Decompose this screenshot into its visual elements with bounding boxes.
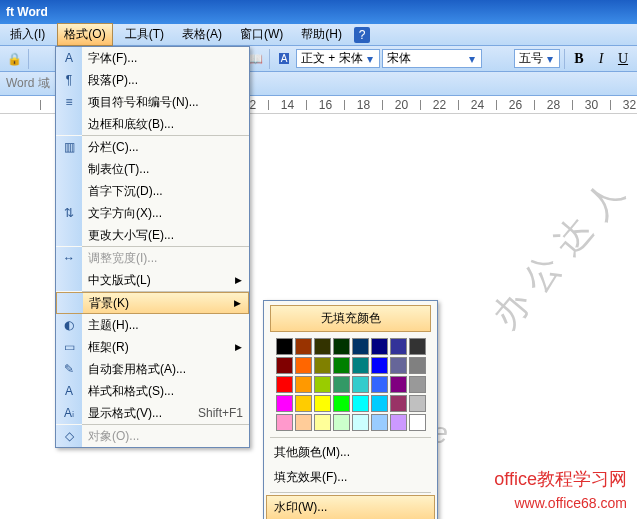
color-swatch[interactable] xyxy=(371,414,388,431)
menu-item[interactable]: ≡项目符号和编号(N)... xyxy=(56,91,249,113)
no-fill-button[interactable]: 无填充颜色 xyxy=(270,305,431,332)
menu-item[interactable]: ⇅文字方向(X)... xyxy=(56,202,249,224)
color-swatch[interactable] xyxy=(314,357,331,374)
credit-line-1: office教程学习网 xyxy=(494,467,627,491)
color-swatch[interactable] xyxy=(371,357,388,374)
color-swatch[interactable] xyxy=(352,376,369,393)
menu-item-label: 分栏(C)... xyxy=(82,139,243,156)
bold-button[interactable]: B xyxy=(569,49,589,69)
color-swatch[interactable] xyxy=(295,414,312,431)
color-swatch[interactable] xyxy=(409,414,426,431)
blank-icon xyxy=(57,293,83,313)
color-swatch[interactable] xyxy=(333,395,350,412)
menu-item[interactable]: 背景(K)▶ xyxy=(56,292,249,314)
color-swatch[interactable] xyxy=(390,357,407,374)
color-swatch[interactable] xyxy=(333,376,350,393)
title-bar: ft Word xyxy=(0,0,637,24)
chevron-down-icon: ▾ xyxy=(363,52,377,66)
menu-format[interactable]: 格式(O) xyxy=(57,23,112,46)
menu-item-label: 主题(H)... xyxy=(82,317,243,334)
color-swatch[interactable] xyxy=(333,414,350,431)
menu-item[interactable]: 首字下沉(D)... xyxy=(56,180,249,202)
color-swatch[interactable] xyxy=(409,376,426,393)
menu-window[interactable]: 窗口(W) xyxy=(234,24,289,45)
menu-item[interactable]: Aᵢ显示格式(V)...Shift+F1 xyxy=(56,402,249,424)
menu-item-label: 首字下沉(D)... xyxy=(82,183,243,200)
color-swatch[interactable] xyxy=(295,338,312,355)
menu-item-label: 对象(O)... xyxy=(82,428,243,445)
color-swatch[interactable] xyxy=(352,395,369,412)
blank-icon xyxy=(56,224,82,246)
menu-item-label: 样式和格式(S)... xyxy=(82,383,243,400)
menu-item[interactable]: 制表位(T)... xyxy=(56,158,249,180)
color-swatch[interactable] xyxy=(409,395,426,412)
color-swatch[interactable] xyxy=(276,395,293,412)
background-submenu: 无填充颜色 其他颜色(M)... 填充效果(F)... 水印(W)... xyxy=(263,300,438,519)
style-combo[interactable]: 正文 + 宋体 ▾ xyxy=(296,49,380,68)
menu-item-label: 制表位(T)... xyxy=(82,161,243,178)
menu-item-label: 边框和底纹(B)... xyxy=(82,116,243,133)
color-swatch[interactable] xyxy=(409,357,426,374)
menu-item[interactable]: 边框和底纹(B)... xyxy=(56,113,249,135)
color-swatch[interactable] xyxy=(352,357,369,374)
color-palette xyxy=(266,334,435,435)
menu-item[interactable]: 中文版式(L)▶ xyxy=(56,269,249,291)
color-swatch[interactable] xyxy=(390,414,407,431)
color-swatch[interactable] xyxy=(295,395,312,412)
menu-item-label: 更改大小写(E)... xyxy=(82,227,243,244)
auto-icon: ✎ xyxy=(56,358,82,380)
watermark-item[interactable]: 水印(W)... xyxy=(266,495,435,519)
color-swatch[interactable] xyxy=(314,376,331,393)
color-swatch[interactable] xyxy=(314,338,331,355)
font-combo[interactable]: 宋体 ▾ xyxy=(382,49,482,68)
color-swatch[interactable] xyxy=(390,395,407,412)
style-icon[interactable]: A xyxy=(274,49,294,69)
color-swatch[interactable] xyxy=(276,414,293,431)
color-swatch[interactable] xyxy=(295,376,312,393)
help-icon[interactable]: ? xyxy=(354,27,370,43)
list-icon: ≡ xyxy=(56,91,82,113)
menu-item[interactable]: ✎自动套用格式(A)... xyxy=(56,358,249,380)
blank-icon xyxy=(56,113,82,135)
menu-item[interactable]: ◐主题(H)... xyxy=(56,314,249,336)
menu-tools[interactable]: 工具(T) xyxy=(119,24,170,45)
color-swatch[interactable] xyxy=(314,395,331,412)
color-swatch[interactable] xyxy=(276,357,293,374)
blank-icon xyxy=(56,269,82,291)
size-combo[interactable]: 五号 ▾ xyxy=(514,49,560,68)
menu-item-label: 中文版式(L) xyxy=(82,272,233,289)
field-label: Word 域 xyxy=(6,75,50,92)
menu-bar: 插入(I) 格式(O) 工具(T) 表格(A) 窗口(W) 帮助(H) ? xyxy=(0,24,637,46)
menu-item[interactable]: ▭框架(R)▶ xyxy=(56,336,249,358)
color-swatch[interactable] xyxy=(390,338,407,355)
color-swatch[interactable] xyxy=(371,395,388,412)
color-swatch[interactable] xyxy=(314,414,331,431)
menu-help[interactable]: 帮助(H) xyxy=(295,24,348,45)
color-swatch[interactable] xyxy=(371,376,388,393)
color-swatch[interactable] xyxy=(371,338,388,355)
menu-item[interactable]: ¶段落(P)... xyxy=(56,69,249,91)
color-swatch[interactable] xyxy=(276,376,293,393)
color-swatch[interactable] xyxy=(390,376,407,393)
color-swatch[interactable] xyxy=(352,338,369,355)
size-combo-value: 五号 xyxy=(519,50,543,67)
menu-table[interactable]: 表格(A) xyxy=(176,24,228,45)
italic-button[interactable]: I xyxy=(591,49,611,69)
theme-icon: ◐ xyxy=(56,314,82,336)
menu-item[interactable]: 更改大小写(E)... xyxy=(56,224,249,246)
color-swatch[interactable] xyxy=(352,414,369,431)
more-colors-item[interactable]: 其他颜色(M)... xyxy=(266,440,435,465)
menu-insert[interactable]: 插入(I) xyxy=(4,24,51,45)
color-swatch[interactable] xyxy=(333,357,350,374)
underline-button[interactable]: U xyxy=(613,49,633,69)
color-swatch[interactable] xyxy=(333,338,350,355)
fill-effects-item[interactable]: 填充效果(F)... xyxy=(266,465,435,490)
menu-item[interactable]: ▥分栏(C)... xyxy=(56,136,249,158)
menu-item[interactable]: A字体(F)... xyxy=(56,47,249,69)
color-swatch[interactable] xyxy=(295,357,312,374)
permission-icon[interactable]: 🔒 xyxy=(4,49,24,69)
color-swatch[interactable] xyxy=(276,338,293,355)
app-title: ft Word xyxy=(6,5,48,19)
color-swatch[interactable] xyxy=(409,338,426,355)
menu-item[interactable]: A样式和格式(S)... xyxy=(56,380,249,402)
